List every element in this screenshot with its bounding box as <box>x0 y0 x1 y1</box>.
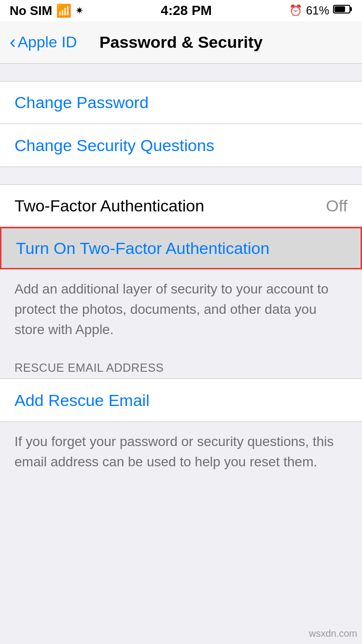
back-chevron-icon: ‹ <box>10 33 16 51</box>
rescue-email-group: Add Rescue Email <box>0 378 362 422</box>
alarm-icon: ⏰ <box>289 4 302 17</box>
svg-rect-2 <box>334 6 345 12</box>
back-button[interactable]: ‹ Apple ID <box>10 33 87 51</box>
nav-bar: ‹ Apple ID Password & Security <box>0 21 362 64</box>
rescue-email-section-label: RESCUE EMAIL ADDRESS <box>0 353 362 378</box>
add-rescue-email-label: Add Rescue Email <box>14 391 150 410</box>
page-title: Password & Security <box>87 33 275 52</box>
turn-on-two-factor-label: Turn On Two-Factor Authentication <box>16 239 269 258</box>
two-factor-header: Two-Factor Authentication Off <box>0 184 362 227</box>
battery-percent: 61% <box>306 4 329 17</box>
carrier-label: No SIM <box>10 3 52 18</box>
change-security-questions-row[interactable]: Change Security Questions <box>0 124 362 167</box>
two-factor-description: Add an additional layer of security to y… <box>0 269 362 353</box>
two-factor-label: Two-Factor Authentication <box>14 196 204 215</box>
settings-group-1: Change Password Change Security Question… <box>0 81 362 167</box>
status-left: No SIM 📶 ✴ <box>10 3 84 18</box>
two-factor-value: Off <box>326 196 348 215</box>
status-right: ⏰ 61% <box>289 4 352 17</box>
activity-icon: ✴ <box>75 5 84 16</box>
rescue-email-description: If you forget your password or security … <box>0 422 362 486</box>
battery-icon <box>333 4 352 17</box>
turn-on-two-factor-row[interactable]: Turn On Two-Factor Authentication <box>0 227 362 269</box>
change-password-row[interactable]: Change Password <box>0 82 362 124</box>
change-password-label: Change Password <box>14 93 149 112</box>
watermark: wsxdn.com <box>309 628 357 639</box>
change-security-questions-label: Change Security Questions <box>14 136 214 155</box>
content: Change Password Change Security Question… <box>0 64 362 486</box>
svg-rect-1 <box>350 7 352 11</box>
wifi-icon: 📶 <box>56 3 71 18</box>
add-rescue-email-row[interactable]: Add Rescue Email <box>0 379 362 421</box>
back-label: Apple ID <box>18 33 77 51</box>
time-label: 4:28 PM <box>161 3 212 18</box>
status-bar: No SIM 📶 ✴ 4:28 PM ⏰ 61% <box>0 0 362 21</box>
